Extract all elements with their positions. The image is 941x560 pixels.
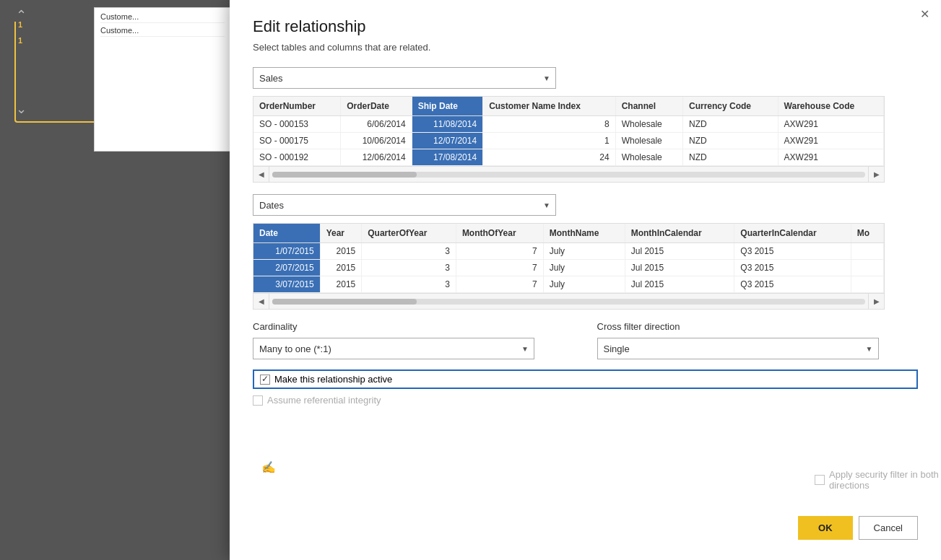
edit-relationship-modal: ✕ Edit relationship Select tables and co… [230, 0, 941, 560]
table2-scrollbar[interactable]: ◀ ▶ [253, 293, 884, 309]
cell-moy: 7 [456, 243, 543, 260]
chevron-down-icon[interactable]: ⌄ [16, 101, 27, 117]
cell-ordernumber: SO - 000153 [253, 116, 341, 133]
col-date: Date [253, 224, 320, 243]
cell-date: 1/07/2015 [253, 243, 320, 260]
cell-cni: 8 [483, 116, 616, 133]
close-button[interactable]: ✕ [920, 9, 929, 20]
table1-grid: OrderNumber OrderDate Ship Date Customer… [253, 96, 885, 183]
col-quarterincalendar: QuarterInCalendar [734, 224, 851, 243]
scroll-right-arrow-2[interactable]: ▶ [868, 294, 884, 310]
cell-monthname: July [543, 276, 625, 293]
cell-qoy: 3 [362, 260, 456, 276]
scroll-left-arrow[interactable]: ◀ [253, 167, 269, 183]
cell-cni: 1 [483, 133, 616, 149]
bg-card-header-1: Custome... [100, 11, 225, 23]
cell-orderdate: 10/06/2014 [341, 133, 412, 149]
referential-integrity-label: Assume referential integrity [267, 395, 381, 406]
cell-quarterincal: Q3 2015 [734, 276, 851, 293]
dates-table: Date Year QuarterOfYear MonthOfYear Mont… [253, 224, 884, 293]
col-monthofyear: MonthOfYear [456, 224, 543, 243]
security-filter-checkbox-row: Apply security filter in both directions [815, 469, 941, 491]
cell-orderdate: 6/06/2014 [341, 116, 412, 133]
table-row: SO - 000192 12/06/2014 17/08/2014 24 Who… [253, 149, 884, 166]
bg-card-header-2: Custome... [100, 25, 225, 37]
cross-filter-select[interactable]: Single [597, 338, 879, 359]
cell-qoy: 3 [362, 243, 456, 260]
cell-currency: NZD [682, 116, 778, 133]
table-row: SO - 000153 6/06/2014 11/08/2014 8 Whole… [253, 116, 884, 133]
cell-warehouse: AXW291 [778, 116, 883, 133]
col-quarterofyear: QuarterOfYear [362, 224, 456, 243]
cardinality-section: Cardinality Many to one (*:1) ▼ [253, 321, 574, 359]
cross-filter-section: Cross filter direction Single ▼ [597, 321, 919, 359]
cell-warehouse: AXW291 [778, 133, 883, 149]
scroll-thumb[interactable] [272, 172, 417, 178]
table1-select[interactable]: Sales [253, 67, 556, 89]
table1-scrollbar[interactable]: ◀ ▶ [253, 166, 884, 182]
col-currency-code: Currency Code [682, 97, 778, 116]
security-filter-checkbox[interactable] [815, 475, 825, 485]
table2-dropdown-wrapper[interactable]: Dates ▼ [253, 194, 556, 216]
cell-currency: NZD [682, 133, 778, 149]
make-active-checkbox-row[interactable]: Make this relationship active [253, 369, 918, 389]
table-row: 1/07/2015 2015 3 7 July Jul 2015 Q3 2015 [253, 243, 884, 260]
col-ordernumber: OrderNumber [253, 97, 341, 116]
dates-table-header-row: Date Year QuarterOfYear MonthOfYear Mont… [253, 224, 884, 243]
security-filter-label: Apply security filter in both directions [829, 469, 941, 491]
cardinality-select[interactable]: Many to one (*:1) [253, 338, 534, 359]
cell-channel: Wholesale [615, 133, 682, 149]
cell-monthincal: Jul 2015 [625, 276, 734, 293]
cell-quarterincal: Q3 2015 [734, 243, 851, 260]
sales-table-header-row: OrderNumber OrderDate Ship Date Customer… [253, 97, 884, 116]
table2-select[interactable]: Dates [253, 194, 556, 216]
table1-dropdown-row: Sales ▼ [253, 67, 918, 89]
col-warehouse-code: Warehouse Code [778, 97, 883, 116]
scroll-left-arrow-2[interactable]: ◀ [253, 294, 269, 310]
cell-channel: Wholesale [615, 149, 682, 166]
col-shipdate: Ship Date [412, 97, 482, 116]
make-active-checkbox[interactable] [260, 375, 270, 385]
referential-integrity-checkbox[interactable] [253, 395, 263, 406]
scroll-track-2[interactable] [272, 299, 865, 305]
cell-shipdate: 11/08/2014 [412, 116, 482, 133]
action-buttons: OK Cancel [798, 516, 918, 540]
col-monthincalendar: MonthInCalendar [625, 224, 734, 243]
cell-mo [851, 260, 883, 276]
canvas-background: ⌃ 1 1 ▶ ⌄ Custome... Custome... [0, 0, 231, 560]
cell-channel: Wholesale [615, 116, 682, 133]
cell-shipdate: 12/07/2014 [412, 133, 482, 149]
cell-mo [851, 276, 883, 293]
cancel-button[interactable]: Cancel [859, 516, 918, 540]
scroll-track[interactable] [272, 172, 865, 178]
table1-dropdown-wrapper[interactable]: Sales ▼ [253, 67, 556, 89]
cell-currency: NZD [682, 149, 778, 166]
cell-date: 2/07/2015 [253, 260, 320, 276]
cell-date: 3/07/2015 [253, 276, 320, 293]
background-table-card-1: Custome... Custome... [94, 7, 231, 152]
cross-filter-label: Cross filter direction [597, 321, 919, 332]
table2-grid: Date Year QuarterOfYear MonthOfYear Mont… [253, 223, 885, 310]
referential-integrity-row: Assume referential integrity [253, 395, 918, 406]
cell-mo [851, 243, 883, 260]
scroll-thumb-2[interactable] [272, 299, 417, 305]
cell-orderdate: 12/06/2014 [341, 149, 412, 166]
cell-cni: 24 [483, 149, 616, 166]
cell-monthname: July [543, 260, 625, 276]
table-row: 3/07/2015 2015 3 7 July Jul 2015 Q3 2015 [253, 276, 884, 293]
cardinality-dropdown-wrapper[interactable]: Many to one (*:1) ▼ [253, 338, 534, 359]
security-filter-row: Apply security filter in both directions [815, 469, 941, 496]
checkboxes-section: Make this relationship active Assume ref… [253, 369, 918, 406]
col-customer-name-index: Customer Name Index [483, 97, 616, 116]
cell-quarterincal: Q3 2015 [734, 260, 851, 276]
make-active-label: Make this relationship active [274, 374, 392, 385]
table2-dropdown-row: Dates ▼ [253, 194, 918, 216]
cell-ordernumber: SO - 000192 [253, 149, 341, 166]
cross-filter-dropdown-wrapper[interactable]: Single ▼ [597, 338, 879, 359]
scroll-right-arrow[interactable]: ▶ [868, 167, 884, 183]
ok-button[interactable]: OK [798, 516, 853, 540]
cell-monthname: July [543, 243, 625, 260]
col-monthname: MonthName [543, 224, 625, 243]
cell-year: 2015 [320, 260, 362, 276]
bottom-options: Cardinality Many to one (*:1) ▼ Cross fi… [253, 321, 918, 359]
